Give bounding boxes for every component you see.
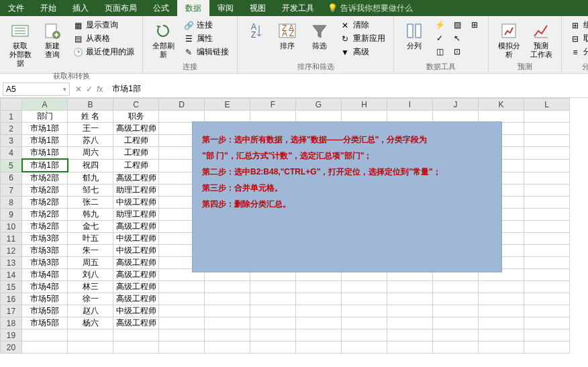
cell[interactable] [22,342,68,354]
refresh-all-button[interactable]: 全部刷新 [148,19,178,60]
cell[interactable]: 市场1部 [22,159,68,172]
menu-tab-2[interactable]: 插入 [64,0,97,16]
row-header[interactable]: 8 [1,197,22,209]
cell[interactable]: 金七 [68,221,113,233]
cell[interactable] [205,281,250,293]
cell[interactable] [159,111,205,123]
cell[interactable]: 邹七 [68,185,113,197]
cell[interactable] [524,233,570,245]
col-header[interactable]: L [524,99,570,111]
cell[interactable]: 市场1部 [22,135,68,147]
col-header[interactable]: C [113,99,159,111]
consolidate-button[interactable]: ⊞ [467,19,483,31]
cell[interactable]: 杨六 [68,317,113,329]
row-header[interactable]: 11 [1,233,22,245]
cell[interactable]: 职务 [113,111,159,123]
what-if-analysis-button[interactable]: 模拟分析 [494,19,524,60]
cell[interactable]: 中级工程师 [113,245,159,257]
cell[interactable] [296,329,342,342]
row-header[interactable]: 4 [1,147,22,160]
cell[interactable]: 市场1部 [22,147,68,160]
cell[interactable] [250,305,296,317]
cell[interactable] [342,317,387,329]
cell[interactable]: 市场3部 [22,257,68,269]
menu-tab-7[interactable]: 视图 [242,0,274,16]
ungroup-button[interactable]: ⊟取消组合▾ [567,32,588,45]
manage-model-button[interactable]: ◫ [432,46,448,58]
cell[interactable]: 周五 [68,257,113,269]
cell[interactable] [296,305,342,317]
cell[interactable] [479,111,524,123]
row-header[interactable]: 19 [1,329,22,342]
cell[interactable] [433,293,479,305]
cell[interactable] [159,317,205,329]
show-queries-button[interactable]: ▦显示查询 [70,19,137,32]
cell[interactable] [159,329,205,342]
cell[interactable] [433,111,479,123]
cell[interactable] [433,305,479,317]
cell[interactable]: 朱一 [68,245,113,257]
menu-tab-5[interactable]: 数据 [177,0,209,16]
from-table-button[interactable]: ▤从表格 [70,32,137,45]
cell[interactable]: 市场3部 [22,245,68,257]
cell[interactable] [250,342,296,354]
cell[interactable]: 中级工程师 [113,233,159,245]
cell[interactable] [433,342,479,354]
cell[interactable] [524,185,570,197]
clear-filter-button[interactable]: ✕清除 [337,19,388,32]
menu-tab-8[interactable]: 开发工具 [274,0,322,16]
cell[interactable] [22,329,68,342]
cell[interactable]: 韩九 [68,209,113,221]
row-header[interactable]: 7 [1,185,22,197]
cell[interactable]: 助理工程师 [113,185,159,197]
cell[interactable] [524,305,570,317]
cancel-icon[interactable]: ✕ [75,85,82,94]
col-header[interactable]: E [205,99,250,111]
cell[interactable]: 林三 [68,281,113,293]
text-to-columns-button[interactable]: 分列 [399,19,429,52]
col-header[interactable]: B [68,99,113,111]
cell[interactable]: 市场5部 [22,293,68,305]
reapply-button[interactable]: ↻重新应用 [337,32,388,45]
cell[interactable] [433,329,479,342]
enter-icon[interactable]: ✓ [86,85,93,94]
cell[interactable] [524,281,570,293]
cell[interactable]: 高级工程师 [113,281,159,293]
cell[interactable] [250,281,296,293]
cell[interactable] [433,317,479,329]
cell[interactable]: 工程师 [113,147,159,160]
cell[interactable]: 高级工程师 [113,269,159,281]
cell[interactable]: 高级工程师 [113,257,159,269]
col-header[interactable]: I [387,99,433,111]
cell[interactable]: 工程师 [113,135,159,147]
flash-fill-button[interactable]: ⚡ [432,19,448,31]
cell[interactable] [205,317,250,329]
cell[interactable]: 王一 [68,123,113,135]
cell[interactable] [524,123,570,135]
cell[interactable]: 高级工程师 [113,221,159,233]
cell[interactable]: 市场5部 [22,305,68,317]
cell[interactable] [524,269,570,281]
cell[interactable]: 徐一 [68,293,113,305]
new-query-button[interactable]: 新建 查询 [38,19,67,60]
group-button[interactable]: ⊞组合▾ [567,19,588,32]
cell[interactable]: 市场4部 [22,269,68,281]
cell[interactable] [387,111,433,123]
row-header[interactable]: 15 [1,281,22,293]
tell-me[interactable]: 💡 告诉我你想要做什么 [328,3,413,14]
cell[interactable] [159,281,205,293]
cell[interactable] [524,317,570,329]
select-all-corner[interactable] [1,99,22,111]
cell[interactable] [205,329,250,342]
cell[interactable] [387,293,433,305]
sort-az-button[interactable]: AZ [243,19,270,43]
cell[interactable] [524,111,570,123]
cell[interactable]: 中级工程师 [113,305,159,317]
row-header[interactable]: 12 [1,245,22,257]
cell[interactable] [159,293,205,305]
relationships-button[interactable]: ↖ [449,32,465,44]
cell[interactable]: 高级工程师 [113,123,159,135]
cell[interactable] [524,172,570,185]
cell[interactable] [524,293,570,305]
what-if-button[interactable]: ⊡ [449,46,465,58]
